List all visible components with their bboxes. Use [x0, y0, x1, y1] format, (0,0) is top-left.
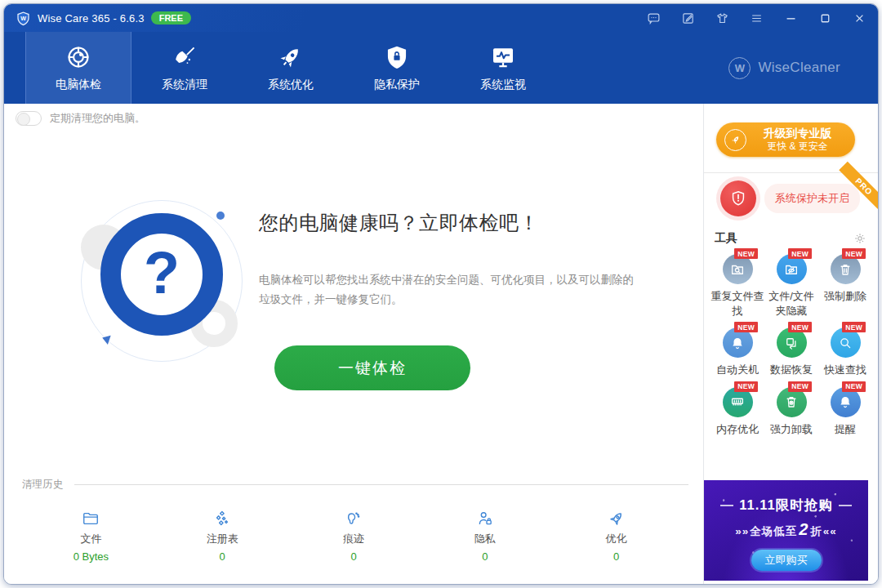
free-version-badge: FREE [151, 11, 191, 24]
tab-system-tuneup[interactable]: 系统优化 [238, 32, 344, 104]
schedule-clean-toggle[interactable] [16, 111, 42, 126]
tool-memory-optimizer[interactable]: NEW 内存优化 [710, 384, 764, 437]
tool-force-delete[interactable]: NEW 强制删除 [818, 251, 872, 318]
app-window: W Wise Care 365 - 6.6.3 FREE [3, 3, 879, 585]
stat-traces: 痕迹 0 [288, 510, 420, 563]
brand-logo: W WiseCleaner [728, 32, 840, 104]
buy-now-button[interactable]: 立即购买 [751, 550, 822, 571]
tab-system-cleaner[interactable]: 系统清理 [131, 32, 238, 104]
tool-data-recovery[interactable]: NEW 数据恢复 [764, 324, 818, 377]
maximize-button[interactable] [817, 11, 832, 25]
new-badge: NEW [788, 381, 812, 392]
tool-force-uninstall[interactable]: NEW 强力卸载 [764, 384, 818, 437]
one-click-checkup-button[interactable]: 一键体检 [274, 345, 470, 390]
stat-files: 文件 0 Bytes [25, 510, 157, 563]
new-badge: NEW [734, 322, 758, 332]
tool-quick-search[interactable]: NEW 快速查找 [818, 324, 872, 377]
promo-banner[interactable]: 11.11限时抢购 »» 全场低至 2 折 «« 立即购买 [704, 480, 868, 581]
titlebar: W Wise Care 365 - 6.6.3 FREE [4, 4, 878, 32]
banner-headline: 11.11限时抢购 [739, 497, 832, 514]
shield-lock-icon [384, 44, 410, 70]
app-logo-shield-icon: W [16, 11, 31, 26]
checkup-heading: 您的电脑健康吗？立即体检吧！ [259, 210, 643, 236]
stat-registry: 注册表 0 [157, 510, 288, 563]
tab-label: 系统监视 [480, 78, 526, 92]
upgrade-line1: 升级到专业版 [753, 127, 842, 141]
tab-label: 电脑体检 [56, 78, 101, 92]
svg-text:W: W [20, 15, 26, 21]
protection-alert-icon[interactable] [720, 180, 756, 216]
question-circle: ? [100, 213, 223, 336]
feedback-icon[interactable] [646, 11, 661, 25]
upgrade-line2: 更快 & 更安全 [753, 140, 842, 153]
brand-w-icon: W [728, 57, 751, 79]
tool-auto-shutdown[interactable]: NEW 自动关机 [710, 324, 764, 377]
rocket-outline-icon [608, 510, 626, 528]
tool-file-hider[interactable]: NEW 文件/文件夹隐藏 [764, 251, 818, 318]
sidebar: 升级到专业版 更快 & 更安全 PRO 系统保护未开启 工具 [703, 104, 878, 584]
tools-settings-gear-icon[interactable] [853, 232, 866, 245]
banner-dash [720, 505, 733, 506]
new-badge: NEW [788, 248, 812, 259]
menu-icon[interactable] [749, 11, 764, 25]
tool-duplicate-finder[interactable]: NEW 重复文件查找 [710, 251, 764, 318]
banner-arrows-left: »» [735, 525, 749, 537]
clean-history: 清理历史 文件 0 Bytes [4, 478, 703, 563]
window-title: Wise Care 365 - 6.6.3 [38, 12, 145, 24]
banner-subline-pre: 全场低至 [750, 524, 797, 539]
folder-icon [82, 510, 100, 528]
registry-icon [213, 510, 231, 528]
tab-system-monitor[interactable]: 系统监视 [450, 32, 556, 104]
checkup-description: 电脑体检可以帮您找出系统中潜在的安全问题、可优化项目，以及可以删除的垃圾文件，并… [259, 270, 636, 309]
health-question-illustration: ? [84, 203, 239, 359]
person-lock-icon [476, 510, 494, 528]
history-title: 清理历史 [22, 478, 63, 492]
broom-icon [172, 44, 198, 70]
new-badge: NEW [842, 381, 866, 392]
new-badge: NEW [734, 381, 758, 392]
banner-discount-number: 2 [798, 520, 809, 539]
monitor-pulse-icon [490, 44, 516, 70]
checkup-target-icon [65, 44, 91, 70]
new-badge: NEW [842, 322, 866, 332]
close-button[interactable] [852, 11, 866, 25]
minimize-button[interactable] [783, 11, 798, 25]
tool-reminder[interactable]: NEW 提醒 [818, 384, 872, 437]
brand-name: WiseCleaner [758, 60, 840, 76]
banner-dash [839, 505, 852, 506]
tab-label: 隐私保护 [374, 78, 420, 92]
banner-arrows-right: «« [823, 525, 837, 537]
banner-subline-post: 折 [810, 524, 822, 539]
tab-label: 系统清理 [162, 78, 207, 92]
upgrade-rocket-icon [724, 129, 746, 151]
history-divider [74, 484, 688, 485]
upgrade-to-pro-button[interactable]: 升级到专业版 更快 & 更安全 [716, 122, 855, 157]
rocket-icon [278, 44, 304, 70]
question-mark: ? [144, 243, 180, 302]
new-badge: NEW [842, 248, 866, 259]
tab-pc-checkup[interactable]: 电脑体检 [25, 32, 131, 104]
new-badge: NEW [734, 248, 758, 259]
theme-skin-icon[interactable] [715, 11, 729, 25]
new-badge: NEW [788, 322, 812, 332]
decor-dot [216, 212, 225, 220]
edit-notes-icon[interactable] [680, 11, 695, 25]
tab-label: 系统优化 [268, 78, 314, 92]
schedule-clean-label: 定期清理您的电脑。 [50, 111, 145, 126]
checkup-panel: 定期清理您的电脑。 ? 您的电脑健康吗？立即体检吧！ 电脑体检可以帮您找出系统中… [4, 104, 703, 584]
stat-tuneup: 优化 0 [550, 510, 682, 563]
footprint-icon [345, 510, 363, 528]
tab-privacy-protector[interactable]: 隐私保护 [344, 32, 450, 104]
tools-title: 工具 [715, 231, 737, 246]
main-nav: 电脑体检 系统清理 系统优化 [4, 32, 878, 104]
stat-privacy: 隐私 0 [419, 510, 550, 563]
protection-status[interactable]: 系统保护未开启 [764, 184, 860, 213]
